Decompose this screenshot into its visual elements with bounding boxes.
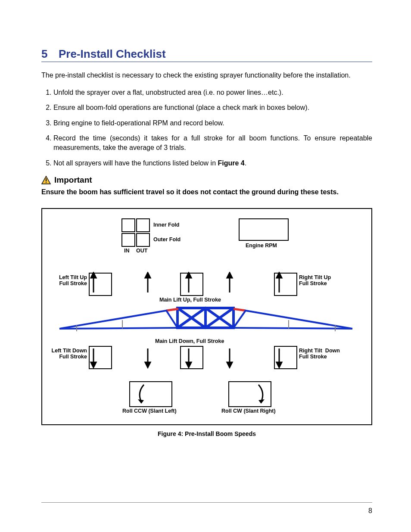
checklist-item-3: Bring engine to field-operational RPM an…: [53, 118, 372, 128]
svg-rect-2: [46, 182, 47, 183]
figure-4-container: Inner Fold Outer Fold IN OUT Engine RPM …: [41, 208, 372, 425]
important-header: Important: [41, 175, 372, 185]
figure-caption: Figure 4: Pre-Install Boom Speeds: [41, 430, 372, 437]
footer-rule: [41, 502, 372, 503]
svg-marker-12: [277, 273, 282, 278]
page-number: 8: [368, 507, 372, 515]
checklist-item-2: Ensure all boom-fold operations are func…: [53, 103, 372, 112]
input-engine-rpm[interactable]: [239, 218, 289, 241]
arrows-tilt-up: [55, 272, 357, 298]
checklist-item-4: Record the time (seconds) it takes for a…: [53, 134, 372, 152]
svg-marker-28: [91, 362, 96, 367]
checklist-item-5: Not all sprayers will have the functions…: [53, 159, 372, 168]
svg-marker-10: [227, 273, 232, 278]
section-heading: 5 Pre-Install Checklist: [41, 47, 372, 62]
label-main-lift-down: Main Lift Down, Full Stroke: [155, 338, 224, 344]
important-text: Ensure the boom has sufficient travel so…: [41, 187, 372, 197]
label-roll-ccw: Roll CCW (Slant Left): [122, 408, 177, 414]
label-main-lift-up: Main Lift Up, Full Stroke: [159, 297, 221, 303]
svg-marker-36: [277, 362, 282, 367]
figure-reference: Figure 4: [218, 159, 245, 167]
svg-marker-6: [145, 273, 150, 278]
arrows-tilt-down: [55, 345, 357, 371]
svg-marker-38: [258, 399, 265, 404]
checklist-item-1: Unfold the sprayer over a flat, unobstru…: [53, 88, 372, 97]
svg-marker-32: [186, 362, 191, 367]
checkbox-outer-fold-in[interactable]: [121, 233, 135, 247]
checklist: Unfold the sprayer over a flat, unobstru…: [41, 88, 372, 168]
checklist-item-5-text: Not all sprayers will have the functions…: [53, 159, 218, 167]
section-title: Pre-Install Checklist: [59, 47, 166, 61]
svg-marker-34: [227, 362, 232, 367]
label-roll-cw: Roll CW (Slant Right): [221, 408, 276, 414]
svg-marker-4: [91, 273, 96, 278]
label-outer-fold: Outer Fold: [153, 236, 181, 243]
checkbox-outer-fold-out[interactable]: [136, 233, 150, 247]
checklist-item-5-tail: .: [245, 159, 246, 167]
svg-rect-1: [46, 178, 47, 181]
svg-marker-37: [138, 399, 144, 404]
svg-marker-8: [186, 273, 191, 278]
section-number: 5: [41, 47, 59, 61]
svg-line-22: [234, 328, 352, 329]
checkbox-inner-fold-out[interactable]: [136, 218, 150, 232]
svg-line-21: [59, 328, 177, 329]
important-label: Important: [54, 175, 92, 185]
label-in: IN: [124, 248, 130, 254]
arrow-roll-ccw: [135, 382, 153, 406]
checkbox-inner-fold-in[interactable]: [121, 218, 135, 232]
label-inner-fold: Inner Fold: [153, 222, 179, 228]
label-engine-rpm: Engine RPM: [246, 243, 277, 249]
svg-line-20: [234, 309, 246, 311]
label-out: OUT: [136, 248, 147, 254]
svg-marker-30: [145, 362, 150, 367]
warning-icon: [41, 176, 51, 184]
boom-truss-diagram: [47, 303, 366, 342]
intro-paragraph: The pre-install checklist is necessary t…: [41, 71, 372, 80]
arrow-roll-cw: [253, 382, 271, 406]
